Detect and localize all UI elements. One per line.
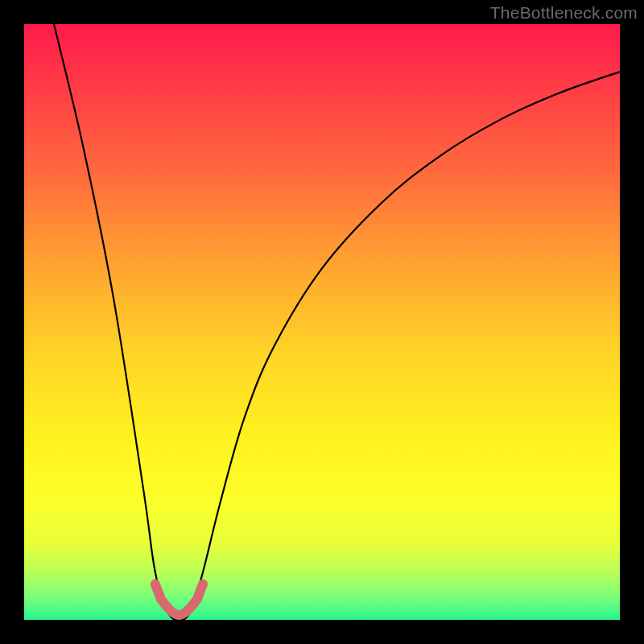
chart-frame: TheBottleneck.com xyxy=(0,0,644,644)
trough-marker xyxy=(155,584,203,615)
curve-svg xyxy=(24,24,620,620)
watermark-text: TheBottleneck.com xyxy=(490,3,638,23)
bottleneck-curve xyxy=(54,24,620,620)
plot-area xyxy=(24,24,620,620)
